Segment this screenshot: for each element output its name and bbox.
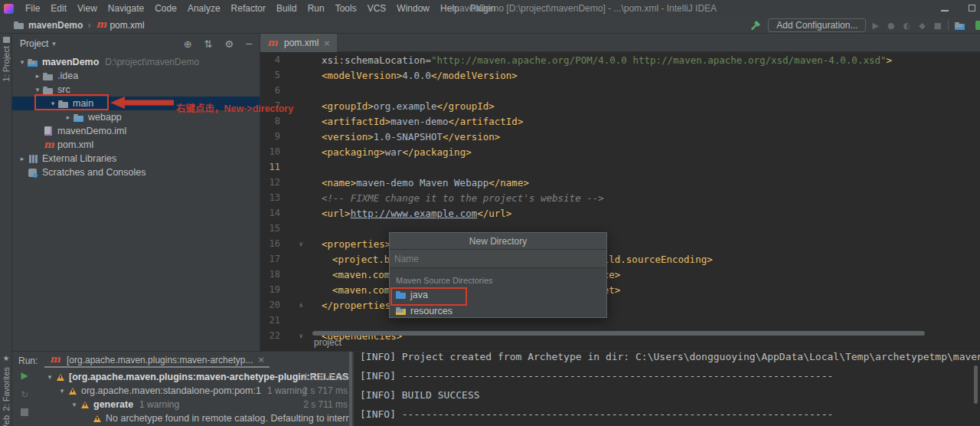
project-item-pom-xml[interactable]: pom.xml bbox=[12, 138, 260, 152]
maximize-icon bbox=[969, 5, 975, 11]
fold-icon[interactable]: ∨ bbox=[280, 333, 311, 339]
code-text: <properties> bbox=[311, 238, 390, 250]
run-tree-label: generate bbox=[93, 399, 133, 410]
resources-folder-icon bbox=[396, 306, 407, 316]
terminal-icon[interactable] bbox=[975, 21, 980, 30]
project-item-scratches-and-consoles[interactable]: Scratches and Consoles bbox=[12, 165, 260, 179]
line-number: 22 bbox=[260, 330, 280, 341]
minimize-button[interactable] bbox=[941, 3, 949, 14]
menu-item-vcs[interactable]: VCS bbox=[362, 3, 392, 14]
editor-tab-bar: pom.xml × bbox=[260, 34, 980, 52]
menu-item-build[interactable]: Build bbox=[271, 3, 302, 14]
menu-item-refactor[interactable]: Refactor bbox=[226, 3, 271, 14]
menu-item-run[interactable]: Run bbox=[302, 3, 330, 14]
line-number: 14 bbox=[260, 208, 280, 218]
line-number: 9 bbox=[260, 131, 280, 142]
tab-pom-xml[interactable]: pom.xml × bbox=[260, 34, 337, 52]
project-item-label: src bbox=[57, 84, 70, 95]
add-configuration-button[interactable]: Add Configuration... bbox=[768, 18, 866, 32]
intellij-window: FileEditViewNavigateCodeAnalyzeRefactorB… bbox=[0, 0, 980, 426]
collapse-arrow-icon[interactable]: ▾ bbox=[57, 387, 67, 395]
chevron-down-icon[interactable]: ▾ bbox=[52, 40, 56, 48]
build-hammer-icon[interactable] bbox=[750, 19, 762, 31]
run-tab[interactable]: [org.apache.maven.plugins:maven-archetyp… bbox=[44, 353, 270, 368]
line-number: 12 bbox=[260, 177, 280, 188]
stop-icon[interactable]: ■ bbox=[934, 21, 942, 31]
annotation-box-java bbox=[390, 287, 467, 306]
run-tree-item[interactable]: ▾[org.apache.maven.plugins:maven-archety… bbox=[37, 370, 352, 384]
run-toolbar: ▶ ↻ bbox=[12, 370, 37, 416]
collapse-arrow-icon[interactable]: ▾ bbox=[32, 86, 43, 93]
menu-item-navigate[interactable]: Navigate bbox=[103, 3, 149, 14]
project-item-external-libraries[interactable]: ▸External Libraries bbox=[12, 152, 260, 165]
run-tree-item[interactable]: No archetype found in remote catalog. De… bbox=[37, 411, 352, 425]
maven-file-icon bbox=[43, 140, 54, 150]
project-item-label: mavenDemo bbox=[42, 57, 99, 67]
tool-window-strip: 1: Project ★ 2: Favorites Web bbox=[0, 34, 12, 426]
tool-button-project[interactable]: 1: Project bbox=[2, 46, 11, 81]
menu-item-view[interactable]: View bbox=[72, 3, 103, 14]
toolbar-separator bbox=[948, 20, 949, 31]
menu-item-edit[interactable]: Edit bbox=[45, 3, 72, 14]
menu-item-code[interactable]: Code bbox=[149, 3, 182, 14]
breadcrumb-separator: › bbox=[87, 20, 90, 31]
run-tree-item[interactable]: ▾org.apache.maven:standalone-pom:pom:11 … bbox=[37, 384, 352, 398]
line-number: 13 bbox=[260, 192, 280, 203]
close-icon[interactable]: × bbox=[323, 38, 330, 48]
expand-arrow-icon[interactable]: ▸ bbox=[32, 72, 43, 80]
editor-breadcrumb[interactable]: project bbox=[314, 337, 341, 348]
menu-item-tools[interactable]: Tools bbox=[330, 3, 362, 14]
hide-panel-icon[interactable]: ─ bbox=[246, 38, 252, 50]
line-number: 5 bbox=[260, 70, 280, 80]
fold-icon[interactable]: ∨ bbox=[280, 241, 311, 247]
annotation-box-main bbox=[34, 94, 109, 110]
line-number: 4 bbox=[260, 54, 280, 65]
tool-button-favorites[interactable]: 2: Favorites bbox=[2, 367, 11, 411]
directory-name-input[interactable] bbox=[390, 250, 606, 267]
coverage-icon[interactable]: ◆ bbox=[919, 21, 925, 31]
collapse-arrow-icon[interactable]: ▾ bbox=[44, 373, 55, 381]
tree-console-divider[interactable] bbox=[349, 352, 352, 426]
run-icon[interactable]: ▶ bbox=[872, 21, 878, 31]
menu-item-file[interactable]: File bbox=[20, 3, 45, 14]
maven-tool-window-icon[interactable] bbox=[955, 21, 966, 31]
close-icon[interactable]: × bbox=[257, 355, 264, 365]
menu-item-window[interactable]: Window bbox=[391, 3, 435, 14]
collapse-arrow-icon[interactable]: ▾ bbox=[17, 58, 28, 66]
project-panel-title[interactable]: Project bbox=[20, 38, 48, 49]
horizontal-scrollbar[interactable] bbox=[312, 331, 925, 336]
code-line-8: 8<artifactId>maven-demo</artifactId> bbox=[260, 113, 980, 129]
code-text: <artifactId>maven-demo</artifactId> bbox=[311, 116, 523, 127]
collapse-arrow-icon[interactable]: ▾ bbox=[69, 401, 80, 408]
breadcrumb-project[interactable]: mavenDemo bbox=[28, 20, 83, 31]
line-number: 11 bbox=[260, 162, 280, 172]
expand-arrow-icon[interactable]: ▸ bbox=[17, 155, 28, 162]
collapse-all-icon[interactable]: ⇅ bbox=[204, 38, 213, 50]
code-line-19: 19<maven.compiler.target>1.7</maven.comp… bbox=[260, 282, 980, 297]
code-line-13: 13<!-- FIXME change it to the project's … bbox=[260, 190, 980, 205]
run-panel: Run: [org.apache.maven.plugins:maven-arc… bbox=[12, 351, 980, 426]
locate-icon[interactable]: ⊕ bbox=[184, 38, 192, 50]
project-item-idea[interactable]: ▸.idea bbox=[12, 69, 260, 83]
profiler-icon[interactable]: ◐ bbox=[903, 21, 911, 31]
tool-button-web[interactable]: Web bbox=[2, 415, 11, 426]
gear-icon[interactable]: ⚙ bbox=[225, 38, 234, 50]
console-scrollbar[interactable] bbox=[974, 365, 978, 404]
expand-arrow-icon[interactable]: ▸ bbox=[63, 113, 74, 121]
line-number: 17 bbox=[260, 254, 280, 264]
refresh-icon[interactable]: ↻ bbox=[21, 389, 28, 400]
project-item-mavendemo-iml[interactable]: mavenDemo.iml bbox=[12, 124, 260, 138]
debug-icon[interactable]: ● bbox=[887, 21, 895, 31]
maximize-button[interactable] bbox=[969, 3, 975, 14]
project-item-mavendemo[interactable]: ▾mavenDemoD:\project\mavenDemo bbox=[12, 55, 260, 69]
run-tree-item[interactable]: ▾generate1 warning2 s 711 ms bbox=[37, 398, 352, 411]
stop-icon[interactable] bbox=[21, 408, 28, 416]
rerun-icon[interactable]: ▶ bbox=[21, 370, 28, 381]
project-root-path: D:\project\mavenDemo bbox=[105, 57, 199, 67]
minimize-icon bbox=[941, 10, 949, 11]
breadcrumb-file[interactable]: pom.xml bbox=[109, 20, 144, 31]
fold-icon[interactable]: ∧ bbox=[280, 302, 311, 309]
annotation-note: 右键点击，New->directory bbox=[176, 100, 293, 115]
menu-item-analyze[interactable]: Analyze bbox=[182, 3, 226, 14]
project-item-label: mavenDemo.iml bbox=[57, 126, 126, 136]
